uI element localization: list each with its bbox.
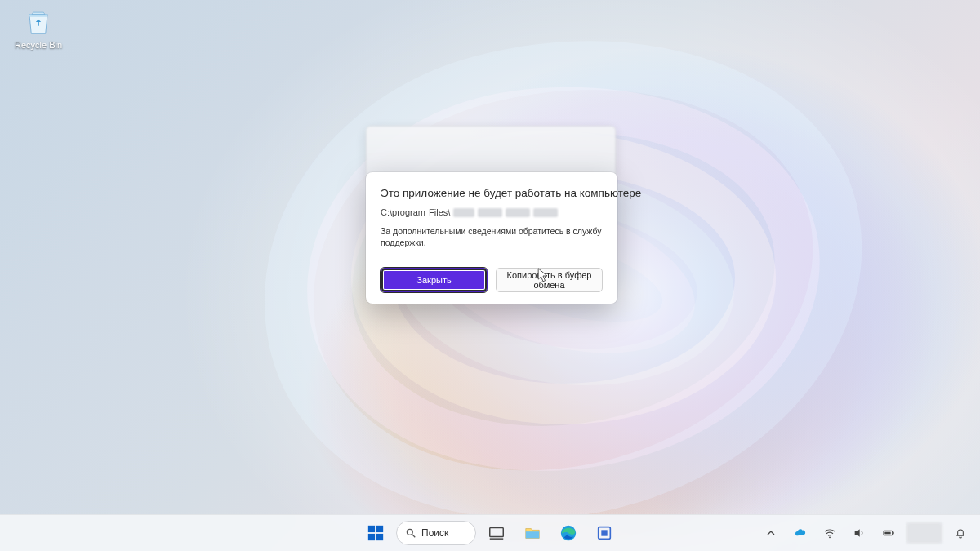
recycle-bin-desktop-icon[interactable]: Recycle Bin [10, 7, 67, 50]
start-button[interactable] [360, 518, 391, 548]
dialog-button-row: Закрыть Копировать в буфер обмена [381, 268, 603, 292]
svg-rect-11 [601, 530, 607, 535]
dialog-path: C:\program Files\ [381, 207, 603, 217]
dialog-path-prefix: C:\program [381, 207, 425, 217]
svg-rect-1 [376, 526, 383, 532]
svg-rect-15 [884, 532, 890, 535]
speaker-icon [853, 527, 866, 540]
dialog-message: За дополнительными сведениями обратитесь… [381, 225, 603, 248]
cloud-icon [794, 527, 807, 540]
search-icon [405, 527, 416, 539]
dialog-path-mid: Files\ [429, 207, 450, 217]
svg-point-12 [829, 536, 831, 538]
wifi-icon [823, 527, 836, 540]
taskbar-center: Поиск [360, 515, 620, 551]
onedrive-tray-button[interactable] [789, 518, 812, 548]
svg-rect-0 [368, 526, 375, 532]
chevron-up-icon [764, 527, 777, 540]
svg-rect-2 [368, 534, 375, 540]
dialog-path-redacted-1 [453, 208, 474, 217]
edge-icon [559, 524, 577, 542]
taskbar-search-label: Поиск [421, 527, 448, 539]
error-dialog: Это приложение не будет работать на комп… [366, 172, 617, 304]
recycle-bin-label: Recycle Bin [15, 40, 62, 50]
windows-logo-icon [367, 524, 385, 542]
dialog-title: Это приложение не будет работать на комп… [381, 187, 603, 199]
edge-browser-button[interactable] [553, 518, 584, 548]
svg-rect-7 [490, 538, 504, 539]
dialog-path-redacted-4 [533, 208, 558, 217]
taskbar-search[interactable]: Поиск [396, 521, 476, 545]
svg-rect-3 [376, 534, 383, 540]
svg-point-4 [407, 529, 412, 535]
dialog-path-redacted-2 [478, 208, 502, 217]
svg-line-5 [412, 535, 416, 538]
taskbar: Поиск [0, 514, 980, 551]
notifications-tray-button[interactable] [949, 518, 972, 548]
background-window-chrome [366, 126, 616, 176]
app-icon [595, 524, 613, 542]
dialog-path-redacted-3 [506, 208, 530, 217]
taskbar-clock-redacted[interactable] [906, 522, 942, 544]
battery-tray-button[interactable] [877, 518, 900, 548]
battery-icon [882, 527, 895, 540]
tray-overflow-button[interactable] [760, 518, 782, 548]
task-view-icon [488, 524, 506, 542]
svg-rect-8 [526, 531, 540, 538]
file-explorer-icon [523, 524, 541, 542]
volume-tray-button[interactable] [848, 518, 871, 548]
copy-to-clipboard-button[interactable]: Копировать в буфер обмена [496, 268, 603, 292]
recycle-bin-icon [23, 7, 54, 38]
file-explorer-button[interactable] [517, 518, 548, 548]
wifi-tray-button[interactable] [818, 518, 841, 548]
close-button[interactable]: Закрыть [381, 268, 488, 292]
svg-rect-6 [490, 528, 504, 537]
task-view-button[interactable] [481, 518, 512, 548]
system-tray [760, 515, 972, 551]
svg-rect-14 [893, 532, 893, 535]
taskbar-app-button[interactable] [589, 518, 620, 548]
bell-icon [954, 527, 967, 540]
